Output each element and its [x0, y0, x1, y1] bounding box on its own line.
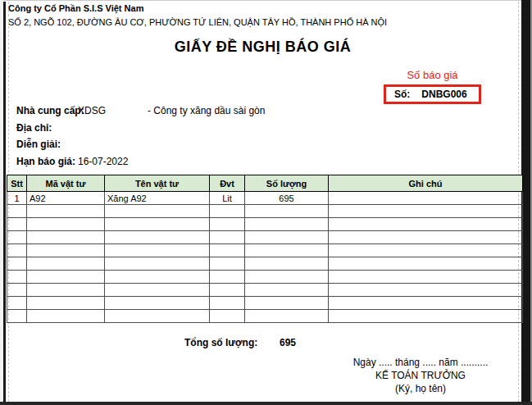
signature-date-line: Ngày ..... tháng ..... năm .......... — [343, 356, 498, 369]
table-cell — [245, 231, 329, 244]
signature-block: Ngày ..... tháng ..... năm .......... KẾ… — [343, 356, 498, 395]
description-label: Diễn giải: — [16, 139, 61, 150]
empty-table-row — [7, 257, 523, 271]
supplier-name: - Công ty xăng dầu sài gòn — [148, 105, 265, 116]
column-header: Số lượng — [245, 175, 329, 192]
table-cell: A92 — [27, 192, 105, 205]
total-quantity-value: 695 — [280, 337, 296, 348]
table-cell — [210, 271, 245, 284]
table-cell — [27, 284, 105, 297]
table-cell — [105, 257, 210, 271]
table-cell — [245, 297, 329, 310]
table-cell — [7, 310, 27, 323]
table-cell: Lit — [210, 192, 245, 205]
table-cell — [210, 205, 245, 218]
table-cell — [210, 218, 245, 231]
table-cell — [7, 244, 27, 257]
table-cell — [105, 205, 210, 218]
table-cell — [329, 284, 523, 297]
empty-table-row — [7, 231, 523, 244]
table-cell — [27, 257, 105, 271]
table-cell — [210, 310, 245, 323]
table-cell — [7, 218, 27, 231]
table-cell — [27, 244, 105, 257]
quote-number-label: Số: — [394, 89, 410, 100]
deadline-label: Hạn báo giá: — [16, 156, 75, 167]
signature-note: (Ký, họ tên) — [343, 382, 498, 395]
empty-table-row — [7, 205, 523, 218]
deadline-value: 16-07-2022 — [78, 156, 128, 167]
table-cell — [105, 297, 210, 310]
window-left-border — [3, 2, 6, 405]
table-cell — [245, 218, 329, 231]
table-cell — [329, 205, 523, 218]
table-cell — [210, 297, 245, 310]
table-cell — [329, 310, 523, 323]
table-cell — [245, 271, 329, 284]
column-header: Đvt — [210, 175, 245, 192]
table-cell — [7, 271, 27, 284]
window-bottom-border — [0, 402, 532, 405]
items-table: SttMã vật tưTên vật tưĐvtSố lượngGhi chú… — [7, 175, 523, 323]
empty-table-row — [7, 310, 523, 323]
empty-table-row — [7, 284, 523, 297]
empty-table-row — [7, 244, 523, 257]
column-header: Stt — [7, 175, 27, 192]
quote-number-value: DNBG006 — [421, 89, 466, 100]
supplier-code: XDSG — [78, 105, 106, 116]
signature-role: KẾ TOÁN TRƯỞNG — [343, 369, 498, 382]
table-cell — [105, 310, 210, 323]
table-cell — [329, 192, 523, 205]
table-cell — [329, 231, 523, 244]
table-cell — [105, 231, 210, 244]
table-cell — [245, 284, 329, 297]
empty-table-row — [7, 297, 523, 310]
total-quantity-label: Tổng số lượng: — [184, 337, 257, 348]
column-header: Ghi chú — [329, 175, 523, 192]
quote-number-caption: Số báo giá — [384, 69, 481, 81]
window-top-border — [0, 0, 532, 1]
quote-number-field[interactable]: Số: DNBG006 — [384, 84, 481, 104]
table-cell — [7, 257, 27, 271]
empty-table-row — [7, 271, 523, 284]
header-row: SttMã vật tưTên vật tưĐvtSố lượngGhi chú — [7, 175, 523, 192]
table-cell — [27, 231, 105, 244]
table-cell — [329, 257, 523, 271]
company-name: Công ty Cổ Phần S.I.S Việt Nam — [8, 3, 143, 13]
items-table-body: 1A92Xăng A92Lit695 — [7, 192, 523, 323]
table-cell — [245, 205, 329, 218]
company-address: SỐ 2, NGÕ 102, ĐƯỜNG ÂU CƠ, PHƯỜNG TỨ LI… — [8, 17, 387, 27]
table-cell — [7, 205, 27, 218]
table-cell — [329, 271, 523, 284]
table-cell — [245, 310, 329, 323]
empty-table-row — [7, 218, 523, 231]
table-cell — [27, 271, 105, 284]
page-title: GIẤY ĐỀ NGHỊ BÁO GIÁ — [7, 39, 519, 56]
table-cell — [329, 244, 523, 257]
address-label: Địa chỉ: — [16, 122, 52, 134]
table-cell — [210, 231, 245, 244]
table-cell — [27, 310, 105, 323]
table-cell — [27, 218, 105, 231]
table-cell — [245, 244, 329, 257]
table-cell — [210, 257, 245, 271]
table-cell — [7, 284, 27, 297]
table-cell — [329, 297, 523, 310]
column-header: Mã vật tư — [27, 175, 105, 192]
table-cell — [210, 284, 245, 297]
items-table-header: SttMã vật tưTên vật tưĐvtSố lượngGhi chú — [7, 175, 523, 192]
table-cell — [245, 257, 329, 271]
table-cell — [7, 297, 27, 310]
table-row: 1A92Xăng A92Lit695 — [7, 192, 523, 205]
table-cell — [105, 284, 210, 297]
table-cell — [7, 231, 27, 244]
table-cell: 695 — [245, 192, 329, 205]
table-cell — [105, 218, 210, 231]
column-header: Tên vật tư — [105, 175, 210, 192]
supplier-label: Nhà cung cấp: — [16, 105, 84, 116]
table-cell — [105, 244, 210, 257]
table-cell — [27, 297, 105, 310]
table-cell — [105, 271, 210, 284]
table-cell — [210, 244, 245, 257]
table-cell: 1 — [7, 192, 27, 205]
